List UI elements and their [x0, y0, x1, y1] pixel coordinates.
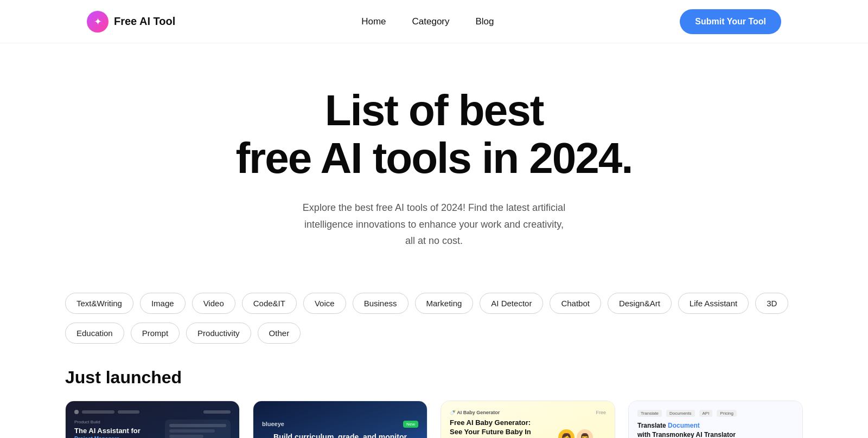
logo-text: Free AI Tool: [114, 15, 175, 28]
brand-3: 🍼 AI Baby Generator: [450, 410, 500, 415]
card-main-1: Product Build The AI Assistant for Proje…: [74, 420, 159, 438]
tool-cards-row: Product Build The AI Assistant for Proje…: [65, 401, 803, 438]
card-header-2: blueeye New: [262, 421, 418, 428]
hero-subtitle: Explore the best free AI tools of 2024! …: [298, 199, 570, 249]
filter-chatbot[interactable]: Chatbot: [550, 293, 601, 314]
card-preview-1: Product Build The AI Assistant for Proje…: [66, 401, 239, 438]
card-heading-2: Build curriculum, grade, and monitor stu…: [262, 432, 418, 438]
brand-name-2: blueeye: [262, 421, 284, 428]
nav-item-4-4: Pricing: [717, 410, 736, 417]
hero-title-line2: free AI tools in 2024.: [235, 134, 632, 182]
face-2: 👨: [577, 429, 593, 438]
submit-tool-button[interactable]: Submit Your Tool: [680, 9, 781, 34]
card-preview-4: Translate Documents API Pricing Translat…: [629, 401, 802, 438]
card-header-3: 🍼 AI Baby Generator Free: [450, 410, 606, 415]
filter-education[interactable]: Education: [65, 323, 124, 344]
card-preview-2: blueeye New Build curriculum, grade, and…: [253, 401, 427, 438]
side-line-1: [169, 424, 226, 427]
nav-blog[interactable]: Blog: [476, 16, 494, 27]
card-heading-4b: with Transmonkey AI Translator: [637, 430, 794, 438]
filter-design-art[interactable]: Design&Art: [608, 293, 672, 314]
filters-row1: Text&Writing Image Video Code&IT Voice B…: [0, 282, 868, 323]
logo-icon: ✦: [87, 11, 108, 33]
hero-section: List of best free AI tools in 2024. Expl…: [0, 43, 868, 282]
side-line-3: [169, 435, 203, 438]
filter-video[interactable]: Video: [192, 293, 235, 314]
bar-1: [82, 410, 114, 414]
filter-image[interactable]: Image: [140, 293, 186, 314]
card-nav-4: Translate Documents API Pricing: [637, 410, 794, 417]
filter-marketing[interactable]: Marketing: [415, 293, 474, 314]
nav-item-4-3: API: [699, 410, 713, 417]
face-1: 👩: [558, 429, 575, 438]
filter-life-assistant[interactable]: Life Assistant: [678, 293, 749, 314]
filter-ai-detector[interactable]: AI Detector: [480, 293, 543, 314]
highlight-4: Document: [668, 422, 700, 429]
bar-3: [203, 410, 231, 414]
card-text-3: Free AI Baby Generator: See Your Future …: [450, 418, 540, 438]
tool-card-transmonkey[interactable]: Translate Documents API Pricing Translat…: [628, 401, 803, 438]
filter-productivity[interactable]: Productivity: [186, 323, 251, 344]
card-preview-3: 🍼 AI Baby Generator Free Free AI Baby Ge…: [441, 401, 615, 438]
card-subtitle-1: Project Managers: [74, 436, 159, 438]
card-images-3: 👩 👨 ⬇ 👶: [546, 418, 606, 438]
card-title-1: The AI Assistant for: [74, 427, 159, 436]
filter-3d[interactable]: 3D: [755, 293, 788, 314]
logo[interactable]: ✦ Free AI Tool: [87, 11, 175, 33]
card-side-1: [165, 420, 231, 438]
hero-title: List of best free AI tools in 2024.: [87, 87, 781, 182]
card-heading-3: Free AI Baby Generator: See Your Future …: [450, 418, 540, 438]
filter-code-it[interactable]: Code&IT: [242, 293, 297, 314]
tool-card-baby-gen[interactable]: 🍼 AI Baby Generator Free Free AI Baby Ge…: [441, 401, 615, 438]
card-label-1: Product Build: [74, 420, 159, 424]
badge-2: New: [403, 421, 418, 428]
main-nav: Home Category Blog: [361, 16, 494, 27]
nav-home[interactable]: Home: [361, 16, 386, 27]
bar-2: [118, 410, 139, 414]
card-layout-1: Product Build The AI Assistant for Proje…: [74, 420, 231, 438]
card-heading-4: Translate Document: [637, 421, 794, 430]
just-launched-title: Just launched: [65, 368, 803, 388]
just-launched-section: Just launched Product Build The AI Assis…: [0, 352, 868, 438]
mock-header-1: [74, 410, 231, 414]
dot-1: [74, 410, 79, 414]
side-line-2: [169, 429, 215, 433]
tool-card-opencraft[interactable]: Product Build The AI Assistant for Proje…: [65, 401, 240, 438]
nav-item-4-2: Documents: [666, 410, 694, 417]
badge-3: Free: [596, 410, 606, 415]
filter-text-writing[interactable]: Text&Writing: [65, 293, 133, 314]
filters-row2: Education Prompt Productivity Other: [0, 323, 868, 352]
filter-prompt[interactable]: Prompt: [131, 323, 180, 344]
filter-voice[interactable]: Voice: [303, 293, 346, 314]
tool-card-blueye[interactable]: blueeye New Build curriculum, grade, and…: [253, 401, 427, 438]
filter-business[interactable]: Business: [353, 293, 409, 314]
header: ✦ Free AI Tool Home Category Blog Submit…: [0, 0, 868, 43]
filter-other[interactable]: Other: [258, 323, 301, 344]
nav-category[interactable]: Category: [412, 16, 450, 27]
hero-title-line1: List of best: [325, 86, 544, 134]
nav-item-4-1: Translate: [637, 410, 662, 417]
card-body-3: Free AI Baby Generator: See Your Future …: [450, 418, 606, 438]
face-row-3: 👩 👨: [558, 429, 593, 438]
